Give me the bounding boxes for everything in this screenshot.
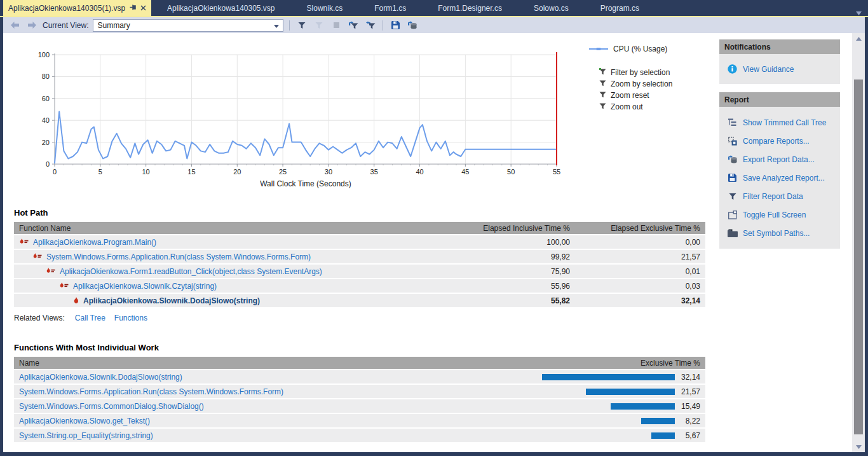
current-view-dropdown[interactable]: Summary <box>93 19 283 32</box>
inclusive-time-value: 75,90 <box>445 267 575 276</box>
sidebar-link-toggle-full-screen[interactable]: Toggle Full Screen <box>727 205 840 224</box>
cpu-usage-chart[interactable]: 0204060801000510152025303540455055Wall C… <box>3 38 588 197</box>
back-icon[interactable] <box>8 19 21 32</box>
sidebar-link-label: Set Symbol Paths... <box>743 229 810 238</box>
sidebar-link-save-analyzed-report[interactable]: Save Analyzed Report... <box>727 169 840 187</box>
sidebar-link-view-guidance[interactable]: View Guidance <box>727 60 794 78</box>
scrollbar-thumb[interactable] <box>854 79 863 434</box>
legend-funnel-new-icon <box>599 68 606 77</box>
tab-program-cs[interactable]: Program.cs <box>585 0 655 16</box>
col-inclusive: Elapsed Inclusive Time % <box>445 224 575 233</box>
function-row: System.Windows.Forms.Application.Run(cla… <box>14 385 705 399</box>
toolbar-separator <box>289 20 290 31</box>
svg-text:Wall Clock Time (Seconds): Wall Clock Time (Seconds) <box>260 179 351 188</box>
inclusive-time-value: 100,00 <box>445 238 575 247</box>
info-icon <box>727 64 738 74</box>
function-link[interactable]: AplikacjaOkienkowa.Program.Main() <box>33 238 156 247</box>
function-link[interactable]: System.Windows.Forms.CommonDialog.ShowDi… <box>19 402 204 411</box>
function-link[interactable]: AplikacjaOkienkowa.Slowo.get_Tekst() <box>19 417 150 425</box>
inclusive-time-value: 55,82 <box>445 296 575 305</box>
tab-aplikacjaokienkowa140305-vsp[interactable]: AplikacjaOkienkowa140305.vsp <box>151 0 290 16</box>
exclusive-time-value: 21,57 <box>575 252 705 261</box>
profiler-window: AplikacjaOkienkowa140305(1).vsp Aplikacj… <box>0 0 868 456</box>
related-views-label: Related Views: <box>14 314 65 322</box>
vertical-scrollbar[interactable] <box>852 33 865 452</box>
filter-arrow-left-icon[interactable] <box>347 19 360 32</box>
related-view-functions[interactable]: Functions <box>114 314 147 322</box>
sidebar-link-compare-reports[interactable]: Compare Reports... <box>727 132 840 150</box>
sidebar-link-filter-report-data[interactable]: Filter Report Data <box>727 187 840 205</box>
tab-active-report[interactable]: AplikacjaOkienkowa140305(1).vsp <box>3 0 151 16</box>
function-link[interactable]: AplikacjaOkienkowa.Form1.readButton_Clic… <box>60 267 322 276</box>
chart-action-filter-by-selection[interactable]: Filter by selection <box>599 68 672 76</box>
legend-funnel-icon <box>599 79 606 88</box>
scroll-down-icon[interactable] <box>852 441 865 452</box>
exclusive-time-bar <box>586 389 675 395</box>
related-view-call-tree[interactable]: Call Tree <box>75 314 105 322</box>
hot-path-title: Hot Path <box>14 208 48 218</box>
report-toolbar: Current View: Summary <box>3 17 865 33</box>
exclusive-time-value: 8,22 <box>675 417 705 425</box>
chart-action-label: Zoom reset <box>611 91 649 100</box>
related-views: Related Views: Call TreeFunctions <box>14 314 147 322</box>
function-link[interactable]: AplikacjaOkienkowa.Slownik.Czytaj(string… <box>73 282 217 291</box>
call-tree-icon <box>727 118 738 127</box>
sidebar-link-set-symbol-paths[interactable]: Set Symbol Paths... <box>727 224 840 242</box>
sidebar-link-export-report-data[interactable]: Export Report Data... <box>727 150 840 169</box>
function-link[interactable]: System.Windows.Forms.Application.Run(cla… <box>19 387 283 396</box>
chart-action-zoom-by-selection[interactable]: Zoom by selection <box>599 79 672 88</box>
function-row: AplikacjaOkienkowa.Slowo.get_Tekst()8,22 <box>14 414 705 429</box>
exclusive-time-bar <box>542 374 675 380</box>
tab-form1-designer-cs[interactable]: Form1.Designer.cs <box>422 0 518 16</box>
exclusive-time-bar <box>641 418 675 424</box>
functions-title: Functions With Most Individual Work <box>14 343 159 352</box>
exclusive-time-value: 21,57 <box>675 387 705 396</box>
sidebar-link-label: Show Trimmed Call Tree <box>743 118 826 127</box>
function-link[interactable]: System.String.op_Equality(string,string) <box>19 431 153 440</box>
close-icon[interactable] <box>140 4 146 13</box>
pin-icon[interactable] <box>130 4 136 13</box>
sidebar-link-show-trimmed-call-tree[interactable]: Show Trimmed Call Tree <box>727 113 840 132</box>
inclusive-time-value: 99,92 <box>445 252 575 261</box>
tab-solowo-cs[interactable]: Solowo.cs <box>518 0 585 16</box>
svg-text:80: 80 <box>42 73 50 80</box>
forward-icon[interactable] <box>25 19 38 32</box>
filter-icon <box>727 193 738 200</box>
save-icon[interactable] <box>389 19 402 32</box>
inactive-tabs: AplikacjaOkienkowa140305.vspSlownik.csFo… <box>151 0 655 16</box>
tab-slownik-cs[interactable]: Slownik.cs <box>291 0 359 16</box>
filter-arrow-right-icon[interactable] <box>364 19 377 32</box>
sidebar: Notifications View Guidance Report Show … <box>719 39 840 249</box>
chart-action-zoom-out[interactable]: Zoom out <box>599 102 672 111</box>
compare-icon <box>727 137 738 146</box>
function-link[interactable]: System.Windows.Forms.Application.Run(cla… <box>46 252 311 261</box>
stop-icon <box>330 19 342 32</box>
exclusive-time-value: 0,03 <box>575 282 705 291</box>
filter-icon[interactable] <box>295 19 308 32</box>
function-link[interactable]: AplikacjaOkienkowa.Slownik.DodajSlowo(st… <box>19 373 182 382</box>
report-panel: Report Show Trimmed Call TreeCompare Rep… <box>719 92 840 249</box>
document-tab-bar: AplikacjaOkienkowa140305(1).vsp Aplikacj… <box>0 0 868 16</box>
summary-report-content: 0204060801000510152025303540455055Wall C… <box>3 33 852 452</box>
function-link[interactable]: AplikacjaOkienkowa.Slownik.DodajSlowo(st… <box>83 296 260 305</box>
export-icon[interactable] <box>406 19 419 32</box>
col-function-name: Function Name <box>14 224 445 233</box>
chart-action-label: Zoom by selection <box>611 79 672 88</box>
svg-text:25: 25 <box>279 168 287 176</box>
sidebar-link-label: Toggle Full Screen <box>743 211 806 219</box>
sidebar-link-label: View Guidance <box>743 65 794 74</box>
hot-path-table: Function Name Elapsed Inclusive Time % E… <box>14 222 705 308</box>
exclusive-time-bar <box>611 403 675 410</box>
chart-action-zoom-reset[interactable]: Zoom reset <box>599 91 672 99</box>
series-label: CPU (% Usage) <box>613 45 667 53</box>
legend-funnel-icon <box>599 102 606 111</box>
sidebar-link-label: Filter Report Data <box>743 192 803 201</box>
folder-icon <box>727 229 738 237</box>
related-links: Call TreeFunctions <box>75 314 147 322</box>
flame-arrow-icon <box>19 238 30 245</box>
tab-form1-cs[interactable]: Form1.cs <box>358 0 422 16</box>
sidebar-link-label: Export Report Data... <box>743 155 815 164</box>
chart-legend: CPU (% Usage) <box>589 45 667 53</box>
scroll-up-icon[interactable] <box>852 33 865 44</box>
toolbar-separator <box>383 20 383 31</box>
